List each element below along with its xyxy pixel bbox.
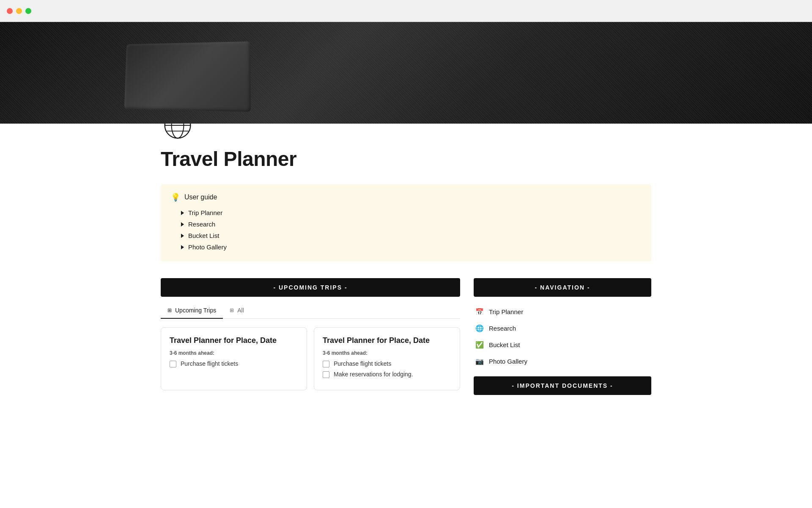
user-guide-header: 💡 User guide — [171, 193, 641, 202]
navigation-header: - NAVIGATION - — [474, 278, 651, 297]
browser-chrome — [0, 0, 812, 22]
nav-item-bucket-list-label: Bucket List — [489, 341, 520, 348]
guide-item-label-4: Photo Gallery — [188, 243, 227, 251]
navigation-section: - NAVIGATION - 📅 Trip Planner 🌐 Research… — [474, 278, 651, 370]
traffic-light-green[interactable] — [25, 8, 31, 14]
guide-list: Trip Planner Research Bucket List Photo … — [171, 207, 641, 253]
trip-card-1-title: Travel Planner for Place, Date — [170, 336, 298, 345]
user-guide-callout: 💡 User guide Trip Planner Research Bucke… — [161, 184, 651, 261]
traffic-light-yellow[interactable] — [16, 8, 22, 14]
trip-card-2: Travel Planner for Place, Date 3-6 month… — [314, 327, 460, 390]
checkmark-icon: ✅ — [475, 341, 484, 349]
right-column: - NAVIGATION - 📅 Trip Planner 🌐 Research… — [474, 278, 651, 395]
trip-card-2-title: Travel Planner for Place, Date — [323, 336, 451, 345]
trip-card-2-checkbox-2: Make reservations for lodging. — [323, 371, 451, 378]
trip-cards-container: Travel Planner for Place, Date 3-6 month… — [161, 327, 460, 390]
guide-item-label-3: Bucket List — [188, 232, 219, 239]
guide-list-item-photo-gallery[interactable]: Photo Gallery — [181, 241, 641, 253]
trip-card-1: Travel Planner for Place, Date 3-6 month… — [161, 327, 307, 390]
trip-card-2-checkbox-1: Purchase flight tickets — [323, 360, 451, 367]
expand-icon-2 — [181, 222, 184, 226]
tab-icon-upcoming: ⊞ — [167, 307, 172, 313]
globe-nav-icon: 🌐 — [475, 324, 484, 332]
trip-card-2-months: 3-6 months ahead: — [323, 350, 451, 356]
checkbox-2-1-label: Purchase flight tickets — [334, 360, 391, 367]
upcoming-trips-section: - UPCOMING TRIPS - ⊞ Upcoming Trips ⊞ Al… — [161, 278, 460, 390]
tab-upcoming-trips[interactable]: ⊞ Upcoming Trips — [161, 304, 223, 319]
tab-icon-all: ⊞ — [230, 307, 234, 313]
guide-list-item-trip-planner[interactable]: Trip Planner — [181, 207, 641, 218]
checkbox-2-2-label: Make reservations for lodging. — [334, 371, 413, 378]
expand-icon-4 — [181, 245, 184, 249]
trips-tabs: ⊞ Upcoming Trips ⊞ All — [161, 304, 460, 319]
checkbox-1-1-label: Purchase flight tickets — [181, 360, 238, 367]
tab-all[interactable]: ⊞ All — [223, 304, 251, 319]
nav-item-photo-gallery-label: Photo Gallery — [489, 358, 527, 365]
main-content: Travel Planner 💡 User guide Trip Planner… — [127, 107, 685, 420]
nav-list: 📅 Trip Planner 🌐 Research ✅ Bucket List — [474, 304, 651, 370]
guide-list-item-research[interactable]: Research — [181, 218, 641, 230]
checkbox-2-2[interactable] — [323, 371, 329, 378]
nav-item-trip-planner-label: Trip Planner — [489, 308, 523, 315]
guide-item-label-1: Trip Planner — [188, 209, 222, 216]
guide-list-item-bucket-list[interactable]: Bucket List — [181, 230, 641, 241]
nav-item-trip-planner[interactable]: 📅 Trip Planner — [474, 304, 651, 320]
expand-icon-3 — [181, 234, 184, 238]
expand-icon-1 — [181, 211, 184, 215]
calendar-icon: 📅 — [475, 308, 484, 316]
page-title: Travel Planner — [161, 147, 651, 171]
trip-card-1-months: 3-6 months ahead: — [170, 350, 298, 356]
nav-item-research[interactable]: 🌐 Research — [474, 320, 651, 337]
guide-item-label-2: Research — [188, 221, 215, 228]
upcoming-trips-header: - UPCOMING TRIPS - — [161, 278, 460, 297]
camera-icon: 📷 — [475, 357, 484, 365]
important-docs-header: - IMPORTANT DOCUMENTS - — [474, 376, 651, 395]
checkbox-1-1[interactable] — [170, 361, 176, 367]
user-guide-label: User guide — [184, 193, 217, 201]
trip-card-1-checkbox-1: Purchase flight tickets — [170, 360, 298, 367]
hero-banner — [0, 22, 812, 124]
two-column-layout: - UPCOMING TRIPS - ⊞ Upcoming Trips ⊞ Al… — [161, 278, 651, 395]
nav-item-research-label: Research — [489, 325, 516, 332]
nav-item-bucket-list[interactable]: ✅ Bucket List — [474, 337, 651, 353]
bulb-icon: 💡 — [171, 193, 180, 202]
traffic-light-red[interactable] — [7, 8, 13, 14]
tab-label-upcoming: Upcoming Trips — [175, 307, 216, 314]
checkbox-2-1[interactable] — [323, 361, 329, 367]
nav-item-photo-gallery[interactable]: 📷 Photo Gallery — [474, 353, 651, 370]
content-wrapper: Travel Planner 💡 User guide Trip Planner… — [0, 22, 812, 420]
tab-label-all: All — [237, 307, 244, 314]
